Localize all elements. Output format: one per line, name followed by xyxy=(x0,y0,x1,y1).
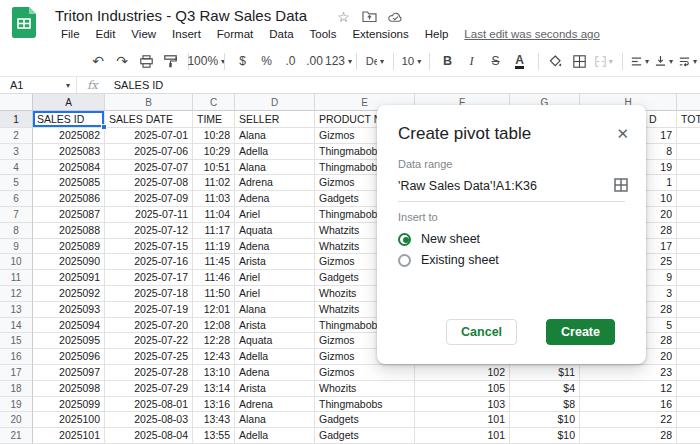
row-header-18[interactable]: 18 xyxy=(0,381,33,397)
cell-G21[interactable]: $10 xyxy=(510,428,580,444)
cell-I17[interactable] xyxy=(677,365,700,381)
cell-G18[interactable]: $4 xyxy=(510,381,580,397)
cell-B17[interactable]: 2025-07-28 xyxy=(105,365,193,381)
cell-D13[interactable]: Alana xyxy=(235,302,315,318)
cell-D14[interactable]: Arista xyxy=(235,318,315,334)
cell-B6[interactable]: 2025-07-09 xyxy=(105,191,193,207)
cell-F20[interactable]: 101 xyxy=(415,412,510,428)
cell-A13[interactable]: 2025093 xyxy=(33,302,105,318)
cell-B10[interactable]: 2025-07-16 xyxy=(105,254,193,270)
strikethrough-button[interactable]: S xyxy=(487,50,505,72)
cell-B16[interactable]: 2025-07-25 xyxy=(105,349,193,365)
cell-A20[interactable]: 2025100 xyxy=(33,412,105,428)
cell-B8[interactable]: 2025-07-12 xyxy=(105,223,193,239)
column-header-B[interactable]: B xyxy=(105,94,193,111)
cell-C5[interactable]: 11:02 xyxy=(193,175,235,191)
cell-H17[interactable]: 23 xyxy=(580,365,677,381)
menu-view[interactable]: View xyxy=(123,27,164,41)
cell-E21[interactable]: Gadgets xyxy=(315,428,415,444)
font-size-select[interactable]: 10▾ xyxy=(402,50,420,72)
cell-G17[interactable]: $11 xyxy=(510,365,580,381)
cell-A7[interactable]: 2025087 xyxy=(33,207,105,223)
row-header-17[interactable]: 17 xyxy=(0,365,33,381)
cell-B2[interactable]: 2025-07-01 xyxy=(105,128,193,144)
cell-A5[interactable]: 2025085 xyxy=(33,175,105,191)
cell-D20[interactable]: Alana xyxy=(235,412,315,428)
cell-C10[interactable]: 11:45 xyxy=(193,254,235,270)
cell-H18[interactable]: 12 xyxy=(580,381,677,397)
move-folder-icon[interactable] xyxy=(362,9,377,24)
cell-F17[interactable]: 102 xyxy=(415,365,510,381)
row-header-15[interactable]: 15 xyxy=(0,333,33,349)
cell-A17[interactable]: 2025097 xyxy=(33,365,105,381)
cell-B21[interactable]: 2025-08-04 xyxy=(105,428,193,444)
cell-A18[interactable]: 2025098 xyxy=(33,381,105,397)
cell-C1[interactable]: TIME xyxy=(193,111,235,128)
cell-I11[interactable] xyxy=(677,270,700,286)
cell-B12[interactable]: 2025-07-18 xyxy=(105,286,193,302)
cell-B11[interactable]: 2025-07-17 xyxy=(105,270,193,286)
cell-A11[interactable]: 2025091 xyxy=(33,270,105,286)
cell-A15[interactable]: 2025095 xyxy=(33,333,105,349)
cell-I2[interactable] xyxy=(677,128,700,144)
cell-B15[interactable]: 2025-07-22 xyxy=(105,333,193,349)
formula-input[interactable]: SALES ID xyxy=(110,79,164,91)
cell-D18[interactable]: Arista xyxy=(235,381,315,397)
row-header-11[interactable]: 11 xyxy=(0,270,33,286)
cell-B14[interactable]: 2025-07-20 xyxy=(105,318,193,334)
row-header-20[interactable]: 20 xyxy=(0,412,33,428)
row-header-16[interactable]: 16 xyxy=(0,349,33,365)
format-currency-button[interactable]: $ xyxy=(233,50,251,72)
column-header-A[interactable]: A xyxy=(33,94,105,111)
cell-A1[interactable]: SALES ID xyxy=(33,111,105,128)
print-button[interactable] xyxy=(137,50,155,72)
cell-A6[interactable]: 2025086 xyxy=(33,191,105,207)
cell-A21[interactable]: 2025101 xyxy=(33,428,105,444)
menu-tools[interactable]: Tools xyxy=(302,27,345,41)
cell-I3[interactable] xyxy=(677,144,700,160)
row-header-7[interactable]: 7 xyxy=(0,207,33,223)
borders-button[interactable] xyxy=(571,50,589,72)
row-header-4[interactable]: 4 xyxy=(0,160,33,176)
fill-color-button[interactable] xyxy=(547,50,565,72)
italic-button[interactable]: I xyxy=(463,50,481,72)
cell-C16[interactable]: 12:43 xyxy=(193,349,235,365)
row-header-10[interactable]: 10 xyxy=(0,254,33,270)
cell-A2[interactable]: 2025082 xyxy=(33,128,105,144)
text-wrap-button[interactable]: ▾ xyxy=(679,50,697,72)
cell-D16[interactable]: Adella xyxy=(235,349,315,365)
cell-H20[interactable]: 22 xyxy=(580,412,677,428)
menu-file[interactable]: File xyxy=(53,27,88,41)
cell-B7[interactable]: 2025-07-11 xyxy=(105,207,193,223)
cell-D10[interactable]: Arista xyxy=(235,254,315,270)
cell-C8[interactable]: 11:17 xyxy=(193,223,235,239)
cell-B5[interactable]: 2025-07-08 xyxy=(105,175,193,191)
column-header-C[interactable]: C xyxy=(193,94,235,111)
cell-D9[interactable]: Adena xyxy=(235,239,315,255)
name-box[interactable]: A1▾ xyxy=(0,79,76,91)
font-select[interactable]: Default (Ari...▾ xyxy=(366,50,384,72)
cell-C13[interactable]: 12:01 xyxy=(193,302,235,318)
zoom-select[interactable]: 100%▾ xyxy=(197,50,215,72)
cell-I16[interactable] xyxy=(677,349,700,365)
cell-C12[interactable]: 11:50 xyxy=(193,286,235,302)
cell-I6[interactable] xyxy=(677,191,700,207)
cell-I8[interactable] xyxy=(677,223,700,239)
cell-I15[interactable] xyxy=(677,333,700,349)
cell-A10[interactable]: 2025090 xyxy=(33,254,105,270)
cell-C15[interactable]: 12:28 xyxy=(193,333,235,349)
create-button[interactable]: Create xyxy=(546,319,615,345)
cell-E17[interactable]: Gizmos xyxy=(315,365,415,381)
decrease-decimal-button[interactable]: .0 xyxy=(281,50,299,72)
cell-A3[interactable]: 2025083 xyxy=(33,144,105,160)
select-data-range-icon[interactable] xyxy=(614,178,628,192)
cell-F21[interactable]: 101 xyxy=(415,428,510,444)
cell-A14[interactable]: 2025094 xyxy=(33,318,105,334)
cell-C9[interactable]: 11:19 xyxy=(193,239,235,255)
cell-F19[interactable]: 103 xyxy=(415,397,510,413)
merge-cells-button[interactable]: ▾ xyxy=(595,50,613,72)
radio-existing-sheet-icon[interactable] xyxy=(398,254,411,267)
row-header-14[interactable]: 14 xyxy=(0,318,33,334)
select-all-corner[interactable] xyxy=(0,94,33,111)
cell-I4[interactable] xyxy=(677,160,700,176)
